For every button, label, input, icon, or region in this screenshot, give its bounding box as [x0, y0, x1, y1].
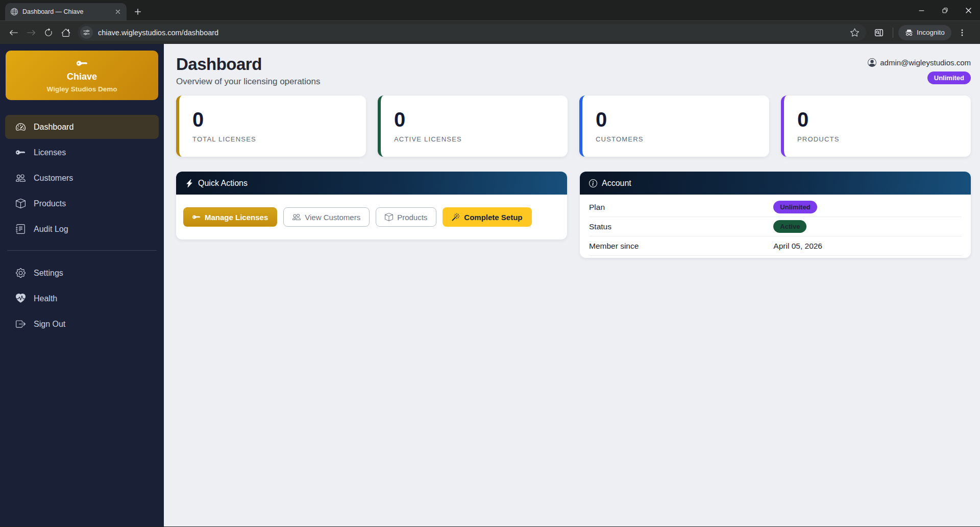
brand-subtitle: Wigley Studios Demo [47, 85, 117, 93]
restore-button[interactable] [933, 0, 957, 20]
account-row-label: Member since [589, 242, 773, 251]
sidebar-item-label: Customers [34, 174, 73, 183]
bookmark-button[interactable] [848, 26, 861, 39]
button-label: View Customers [305, 213, 360, 222]
home-button[interactable] [57, 24, 75, 41]
forward-button[interactable] [22, 24, 40, 41]
button-label: Products [397, 213, 427, 222]
stats-row: 0 TOTAL LICENSES 0 ACTIVE LICENSES 0 CUS… [176, 95, 971, 157]
sidebar-item-health[interactable]: Health [5, 286, 159, 310]
side-panel-button[interactable] [870, 24, 888, 41]
key-icon [16, 148, 26, 157]
address-bar[interactable]: chiave.wigleystudios.com/dashboard [78, 24, 866, 41]
sidebar: Chiave Wigley Studios Demo Dashboard Lic… [0, 44, 164, 526]
globe-favicon-icon [10, 8, 18, 16]
url-text[interactable]: chiave.wigleystudios.com/dashboard [98, 29, 848, 37]
sidebar-item-licenses[interactable]: Licenses [5, 140, 159, 164]
key-icon [192, 213, 201, 221]
account-row: Plan Unlimited [589, 198, 962, 217]
incognito-label: Incognito [917, 29, 945, 36]
speedometer-icon [16, 122, 26, 132]
account-panel: Account Plan Unlimited Status Active Mem… [580, 172, 971, 258]
manage-licenses-button[interactable]: Manage Licenses [183, 207, 277, 227]
new-tab-button[interactable] [131, 5, 145, 19]
sidebar-item-label: Products [34, 199, 66, 208]
quick-actions-title: Quick Actions [198, 179, 248, 188]
key-icon [77, 58, 88, 69]
account-row-label: Status [589, 222, 773, 231]
plus-icon [134, 8, 141, 15]
panels-row: Quick Actions Manage Licenses View Custo… [176, 172, 971, 258]
complete-setup-button[interactable]: Complete Setup [443, 207, 531, 227]
account-status-badge: Active [773, 220, 806, 233]
tune-icon [83, 29, 90, 36]
browser-tab[interactable]: Dashboard — Chiave [5, 3, 127, 20]
minimize-button[interactable] [910, 0, 933, 20]
stat-value: 0 [192, 109, 353, 130]
user-email-text: admin@wigleystudios.com [880, 58, 971, 67]
page-header: Dashboard Overview of your licensing ope… [176, 55, 971, 87]
sidebar-item-label: Sign Out [34, 320, 65, 329]
browser-menu-button[interactable] [954, 25, 970, 40]
stat-card: 0 TOTAL LICENSES [176, 95, 366, 157]
stat-label: TOTAL LICENSES [192, 135, 353, 143]
view-customers-button[interactable]: View Customers [283, 207, 370, 227]
gear-icon [16, 268, 26, 278]
browser-titlebar: Dashboard — Chiave [0, 0, 980, 20]
sidebar-item-sign-out[interactable]: Sign Out [5, 312, 159, 336]
plan-badge: Unlimited [927, 71, 971, 84]
page-subtitle: Overview of your licensing operations [176, 77, 321, 87]
people-icon [16, 173, 26, 183]
people-icon [292, 213, 301, 221]
sign-out-icon [16, 319, 26, 329]
close-button[interactable] [957, 0, 980, 20]
sidebar-item-products[interactable]: Products [5, 191, 159, 215]
quick-actions-panel: Quick Actions Manage Licenses View Custo… [176, 172, 567, 239]
stat-card: 0 CUSTOMERS [579, 95, 769, 157]
sidebar-item-customers[interactable]: Customers [5, 166, 159, 190]
incognito-icon [905, 29, 913, 37]
window-controls [910, 0, 980, 20]
info-circle-icon [589, 179, 597, 187]
minimize-icon [918, 7, 925, 14]
stat-label: ACTIVE LICENSES [394, 135, 554, 143]
site-info-button[interactable] [80, 26, 93, 39]
sidebar-item-settings[interactable]: Settings [5, 261, 159, 285]
forward-arrow-icon [27, 28, 36, 37]
close-icon [965, 7, 972, 14]
reload-button[interactable] [40, 24, 57, 41]
account-title: Account [602, 179, 631, 188]
sidebar-item-label: Settings [34, 269, 63, 278]
stat-value: 0 [394, 109, 554, 130]
sidebar-nav-footer: Settings Health Sign Out [0, 261, 164, 338]
sidebar-item-label: Health [34, 294, 57, 303]
browser-toolbar: chiave.wigleystudios.com/dashboard Incog… [0, 20, 980, 44]
stat-label: PRODUCTS [797, 135, 958, 143]
products-button[interactable]: Products [376, 207, 436, 227]
brand-card: Chiave Wigley Studios Demo [6, 51, 158, 100]
account-row-label: Plan [589, 203, 773, 212]
toolbar-separator [893, 28, 893, 38]
stat-card: 0 ACTIVE LICENSES [378, 95, 568, 157]
quick-actions-header: Quick Actions [176, 172, 567, 195]
magic-icon [452, 213, 460, 221]
journal-icon [16, 224, 26, 234]
button-label: Complete Setup [464, 213, 522, 222]
lightning-icon [185, 179, 193, 187]
browser-window: Dashboard — Chiave chiave.wigleystudios.… [0, 0, 980, 526]
button-label: Manage Licenses [205, 213, 268, 222]
account-header: Account [580, 172, 971, 195]
reload-icon [44, 28, 53, 37]
incognito-badge: Incognito [898, 25, 951, 40]
tab-title: Dashboard — Chiave [22, 8, 113, 15]
account-rows: Plan Unlimited Status Active Member sinc… [580, 195, 971, 258]
back-button[interactable] [5, 24, 22, 41]
tab-close-button[interactable] [113, 7, 122, 16]
back-arrow-icon [9, 28, 18, 37]
three-dots-icon [958, 29, 966, 37]
account-row-value: April 05, 2026 [773, 242, 822, 251]
sidebar-item-audit-log[interactable]: Audit Log [5, 217, 159, 241]
sidebar-item-dashboard[interactable]: Dashboard [5, 115, 159, 139]
side-panel-icon [874, 28, 884, 37]
restore-icon [942, 7, 948, 14]
